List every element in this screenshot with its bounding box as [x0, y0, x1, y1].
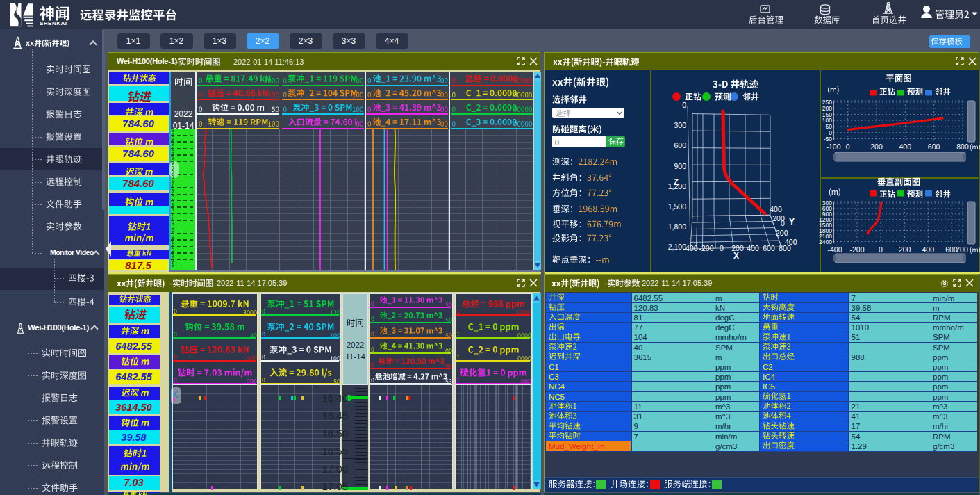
svg-text:900: 900	[674, 162, 686, 170]
svg-text:-400: -400	[782, 238, 797, 246]
svg-text:-200: -200	[699, 244, 713, 252]
svg-text:-50: -50	[824, 136, 833, 143]
svg-text:1,500: 1,500	[668, 202, 686, 211]
svg-text:400: 400	[922, 245, 935, 254]
svg-text:1,800: 1,800	[668, 222, 686, 231]
svg-text:X: X	[733, 251, 739, 261]
svg-text:200: 200	[870, 143, 883, 151]
svg-text:200: 200	[899, 245, 911, 254]
svg-text:0: 0	[682, 101, 686, 109]
svg-text:600: 600	[674, 141, 686, 149]
svg-text:2400: 2400	[819, 238, 832, 245]
svg-text:400: 400	[899, 143, 912, 151]
svg-text:-400: -400	[827, 245, 842, 254]
svg-text:400: 400	[770, 205, 782, 213]
svg-text:0: 0	[879, 245, 883, 254]
svg-text:600: 600	[763, 244, 775, 252]
svg-text:0: 0	[846, 143, 850, 151]
svg-text:-200: -200	[773, 229, 788, 237]
svg-text:300: 300	[674, 121, 686, 129]
svg-text:-200: -200	[849, 245, 864, 254]
svg-text:800: 800	[956, 143, 969, 151]
svg-text:Z: Z	[674, 177, 679, 187]
svg-text:0: 0	[720, 244, 724, 252]
svg-text:400: 400	[747, 244, 759, 252]
svg-text:0: 0	[781, 219, 785, 227]
svg-text:Y: Y	[789, 217, 795, 227]
svg-text:600: 600	[928, 143, 940, 151]
svg-text:-400: -400	[683, 244, 697, 252]
svg-text:-100: -100	[826, 143, 840, 151]
svg-text:700: 700	[956, 245, 968, 254]
